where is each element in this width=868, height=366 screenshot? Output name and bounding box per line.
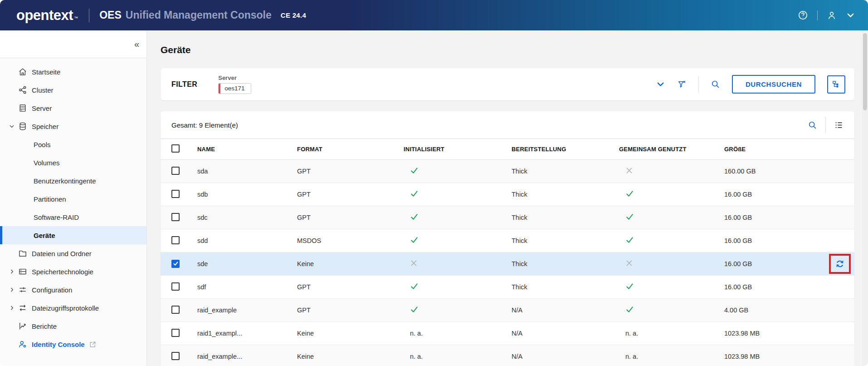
table-row-sdb[interactable]: sdbGPTThick16.00 GB <box>161 183 854 206</box>
row-checkbox[interactable] <box>171 190 180 198</box>
select-all-checkbox[interactable] <box>171 144 180 153</box>
cell-initialized <box>404 166 512 176</box>
sidebar-item-configuration[interactable]: Configuration <box>0 281 146 299</box>
cell-name: raid_example <box>197 307 297 314</box>
sidebar-item-label: Berichte <box>32 322 57 330</box>
sidebar-item-volumes[interactable]: Volumes <box>0 153 146 172</box>
user-menu-chevron-down-icon[interactable] <box>846 10 855 20</box>
cell-size: 4.00 GB <box>724 307 823 314</box>
cell-name: raid_example... <box>197 353 297 360</box>
sidebar-item-software-raid[interactable]: Software-RAID <box>0 208 146 226</box>
table-row-sdc[interactable]: sdcGPTThick16.00 GB <box>161 206 854 229</box>
header-actions <box>798 10 855 20</box>
sidebar-item-identity-console[interactable]: Identity Console <box>0 335 146 353</box>
sidebar-item-label: Benutzerkontingente <box>34 177 96 185</box>
sidebar-item-partitionen[interactable]: Partitionen <box>0 190 146 208</box>
tree-view-button[interactable] <box>827 75 845 94</box>
cell-shared <box>619 259 724 268</box>
table-row-sde[interactable]: sdeKeineThick16.00 GB <box>161 252 854 276</box>
sidebar-item-label: Geräte <box>34 232 55 239</box>
sidebar-item-berichte[interactable]: Berichte <box>0 317 146 335</box>
sliders-icon <box>18 285 27 294</box>
row-checkbox[interactable] <box>171 213 180 221</box>
table-row-sdf[interactable]: sdfGPTThick16.00 GB <box>161 276 854 299</box>
check-icon <box>410 305 419 314</box>
sidebar-item-startseite[interactable]: Startseite <box>0 63 146 81</box>
help-icon[interactable] <box>798 10 808 20</box>
scrollbar-thumb[interactable] <box>863 33 867 110</box>
swap-icon <box>18 303 27 312</box>
sidebar-item-benutzerkontingente[interactable]: Benutzerkontingente <box>0 172 146 190</box>
cross-icon <box>625 167 633 174</box>
row-checkbox[interactable] <box>171 306 180 314</box>
check-icon <box>410 166 419 175</box>
row-checkbox[interactable] <box>171 282 180 291</box>
sidebar-item-gerate[interactable]: Geräte <box>0 226 146 244</box>
cell-provisioning: Thick <box>512 191 619 198</box>
storage-icon <box>18 122 27 131</box>
row-checkbox[interactable] <box>171 236 180 244</box>
row-checkbox[interactable] <box>171 329 180 337</box>
sidebar-item-cluster[interactable]: Cluster <box>0 81 146 99</box>
table-row-sdd[interactable]: sddMSDOSThick16.00 GB <box>161 229 854 252</box>
table-toolbar-icons <box>808 117 844 133</box>
sidebar-item-label: Software-RAID <box>34 213 79 221</box>
brand-divider <box>89 9 89 22</box>
check-icon <box>410 213 419 221</box>
cell-provisioning: Thick <box>512 237 619 244</box>
filter-expand-chevron-down-icon[interactable] <box>656 79 665 89</box>
trademark: ™ <box>74 16 78 20</box>
cell-format: GPT <box>297 307 404 314</box>
cell-provisioning: Thick <box>512 283 619 291</box>
cell-format: GPT <box>297 283 404 291</box>
tree-view-icon <box>832 80 841 89</box>
sidebar-item-pools[interactable]: Pools <box>0 135 146 153</box>
filter-clear-icon[interactable] <box>677 79 687 89</box>
column-header-format: FORMAT <box>297 146 404 153</box>
cell-size: 16.00 GB <box>724 191 823 198</box>
table-row-raid-example[interactable]: raid_example...Keinen. a.N/An. a.1023.98… <box>161 345 854 366</box>
filter-search-icon[interactable] <box>711 79 720 89</box>
cell-initialized: n. a. <box>404 330 512 337</box>
cell-size: 160.00 GB <box>724 168 823 175</box>
sidebar-item-label: Speichertechnologie <box>32 268 93 276</box>
row-checkbox[interactable] <box>171 260 180 268</box>
app-window: opentext™ OES Unified Management Console… <box>0 0 868 366</box>
filter-chip-server[interactable]: oes171 <box>218 83 251 94</box>
cell-name: sda <box>197 168 297 175</box>
table-body: sdaGPTThick160.00 GBsdbGPTThick16.00 GBs… <box>161 160 854 366</box>
app-header: opentext™ OES Unified Management Console… <box>0 0 868 30</box>
refresh-button-highlight[interactable] <box>829 254 851 274</box>
cell-initialized: n. a. <box>404 353 512 360</box>
sidebar-collapse-button[interactable]: « <box>134 40 139 49</box>
folder-icon <box>18 249 27 258</box>
durchsuchen-button[interactable]: DURCHSUCHEN <box>732 75 815 94</box>
row-checkbox[interactable] <box>171 167 180 175</box>
cell-shared: n. a. <box>619 353 724 360</box>
table-header-row: NAMEFORMATINITIALISIERTBEREITSTELLUNGGEM… <box>161 138 854 160</box>
table-toolbar: Gesamt: 9 Element(e) <box>161 111 854 138</box>
sidebar-item-dateien-und-ordner[interactable]: Dateien und Ordner <box>0 244 146 262</box>
sidebar-item-label: Pools <box>34 141 51 148</box>
cell-shared <box>619 189 724 199</box>
table-search-icon[interactable] <box>808 120 817 130</box>
row-checkbox[interactable] <box>171 352 180 360</box>
cell-initialized <box>404 236 512 246</box>
sidebar-item-speicher[interactable]: Speicher <box>0 117 146 135</box>
sidebar-item-speichertechnologie[interactable]: Speichertechnologie <box>0 262 146 281</box>
check-icon <box>625 189 634 198</box>
table-row-raid1-exampl[interactable]: raid1_exampl...Keinen. a.N/An. a.1023.98… <box>161 322 854 345</box>
cell-provisioning: Thick <box>512 260 619 267</box>
sidebar-item-dateizugriffsprotokolle[interactable]: Dateizugriffsprotokolle <box>0 299 146 317</box>
sidebar-item-label: Identity Console <box>32 341 85 348</box>
cell-size: 16.00 GB <box>724 283 823 291</box>
user-icon[interactable] <box>827 10 837 20</box>
check-icon <box>625 236 634 244</box>
cell-size: 1023.98 MB <box>724 353 823 360</box>
table-row-raid-example[interactable]: raid_exampleGPTN/A4.00 GB <box>161 299 854 322</box>
table-row-sda[interactable]: sdaGPTThick160.00 GB <box>161 160 854 183</box>
cell-provisioning: Thick <box>512 214 619 221</box>
cell-name: raid1_exampl... <box>197 330 297 337</box>
list-settings-icon[interactable] <box>834 120 844 130</box>
sidebar-item-server[interactable]: Server <box>0 99 146 117</box>
